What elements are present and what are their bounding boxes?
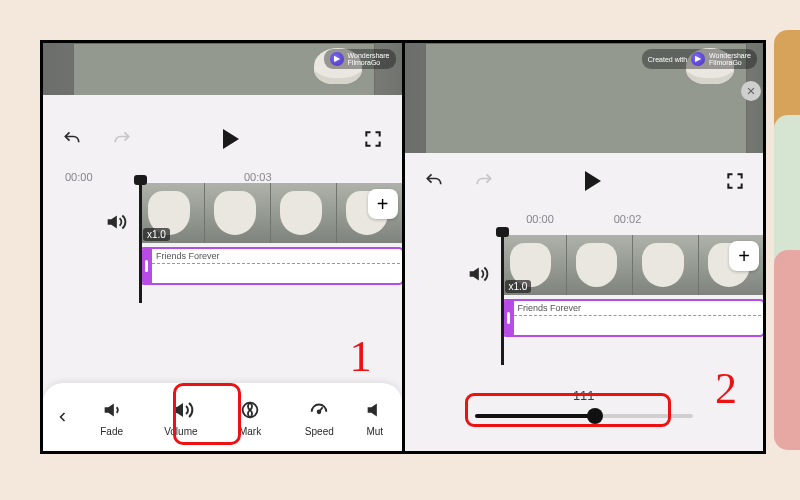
time-start: 00:00 [526, 213, 554, 225]
time-start: 00:00 [65, 171, 93, 183]
step-number-1: 1 [350, 335, 372, 379]
redo-icon [473, 171, 495, 191]
sound-icon [465, 263, 489, 285]
timeline-clip-area[interactable]: + x1.0 Friends Forever [139, 183, 402, 285]
filmora-logo-icon: ▶ [691, 52, 705, 66]
svg-point-1 [318, 410, 321, 413]
toolbar-fade[interactable]: Fade [77, 398, 146, 437]
video-clip-thumbs[interactable]: + x1.0 [139, 183, 402, 243]
timecodes: 00:00 00:02 [405, 213, 764, 225]
toolbar-speed-label: Speed [305, 426, 334, 437]
clip-rate-badge: x1.0 [143, 228, 170, 241]
add-clip-button[interactable]: + [368, 189, 398, 219]
toolbar-mute-label: Mut [366, 426, 383, 437]
toolbar-volume[interactable]: Volume [146, 398, 215, 437]
audio-clip[interactable]: Friends Forever [139, 247, 402, 285]
fullscreen-icon [363, 129, 383, 149]
app-watermark: ▶ Wondershare FilmoraGo [324, 49, 396, 69]
audio-waveform-line [152, 263, 400, 264]
volume-control: 111 [475, 388, 694, 421]
toolbar-mute[interactable]: Mut [354, 398, 396, 437]
add-clip-button[interactable]: + [729, 241, 759, 271]
speed-icon [307, 398, 331, 422]
step-number-2: 2 [715, 367, 737, 411]
audio-clip-handle[interactable] [141, 249, 152, 283]
watermark-created: Created with [648, 56, 687, 63]
mark-icon [238, 398, 262, 422]
video-preview: ▶ Wondershare FilmoraGo [43, 43, 402, 95]
volume-icon [168, 398, 194, 422]
toolbar-back-button[interactable] [49, 408, 77, 426]
panel-step-1: ▶ Wondershare FilmoraGo 00:00 00:03 [43, 43, 402, 451]
filmora-logo-icon: ▶ [330, 52, 344, 66]
watermark-brand1: Wondershare [348, 52, 390, 59]
timeline-playhead[interactable] [139, 183, 142, 303]
audio-clip[interactable]: Friends Forever [501, 299, 764, 337]
play-button[interactable] [585, 171, 601, 191]
volume-slider[interactable] [475, 409, 694, 421]
undo-icon [61, 129, 83, 149]
timeline-playhead[interactable] [501, 235, 504, 365]
toolbar-fade-label: Fade [100, 426, 123, 437]
audio-clip-handle[interactable] [503, 301, 514, 335]
close-icon [746, 86, 756, 96]
slider-knob[interactable] [587, 408, 603, 424]
fullscreen-button[interactable] [363, 129, 383, 149]
fullscreen-button[interactable] [725, 171, 745, 191]
playback-controls [43, 129, 402, 149]
toolbar-speed[interactable]: Speed [285, 398, 354, 437]
close-button[interactable] [741, 81, 761, 101]
playback-controls [405, 171, 764, 191]
track-sound-button[interactable] [103, 211, 127, 233]
decor-ribbon-3 [774, 250, 800, 450]
app-watermark: Created with ▶ Wondershare FilmoraGo [642, 49, 757, 69]
play-button[interactable] [223, 129, 239, 149]
undo-button[interactable] [423, 171, 445, 191]
track-sound-button[interactable] [465, 263, 489, 285]
undo-button[interactable] [61, 129, 83, 149]
redo-button[interactable] [111, 129, 133, 149]
redo-button[interactable] [473, 171, 495, 191]
fade-icon [100, 398, 124, 422]
time-end: 00:03 [244, 171, 272, 183]
video-preview: Created with ▶ Wondershare FilmoraGo [405, 43, 764, 153]
volume-value: 111 [475, 388, 694, 403]
redo-icon [111, 129, 133, 149]
timeline-clip-area[interactable]: + x1.0 Friends Forever [501, 235, 764, 337]
toolbar-mark[interactable]: Mark [215, 398, 284, 437]
fullscreen-icon [725, 171, 745, 191]
audio-toolbar: Fade Volume Mark [43, 383, 402, 451]
chevron-left-icon [57, 408, 69, 426]
watermark-brand2: FilmoraGo [348, 59, 381, 66]
undo-icon [423, 171, 445, 191]
audio-waveform-line [514, 315, 762, 316]
audio-clip-title: Friends Forever [514, 301, 586, 315]
slider-fill [475, 414, 595, 418]
audio-clip-title: Friends Forever [152, 249, 224, 263]
tutorial-frame: ▶ Wondershare FilmoraGo 00:00 00:03 [40, 40, 766, 454]
video-clip-thumbs[interactable]: + x1.0 [501, 235, 764, 295]
watermark-brand1: Wondershare [709, 52, 751, 59]
sound-icon [103, 211, 127, 233]
time-end: 00:02 [614, 213, 642, 225]
timecodes: 00:00 00:03 [43, 171, 402, 183]
mute-icon [363, 398, 387, 422]
watermark-brand2: FilmoraGo [709, 59, 742, 66]
panel-step-2: Created with ▶ Wondershare FilmoraGo [402, 43, 764, 451]
clip-rate-badge: x1.0 [505, 280, 532, 293]
toolbar-mark-label: Mark [239, 426, 261, 437]
toolbar-volume-label: Volume [164, 426, 197, 437]
